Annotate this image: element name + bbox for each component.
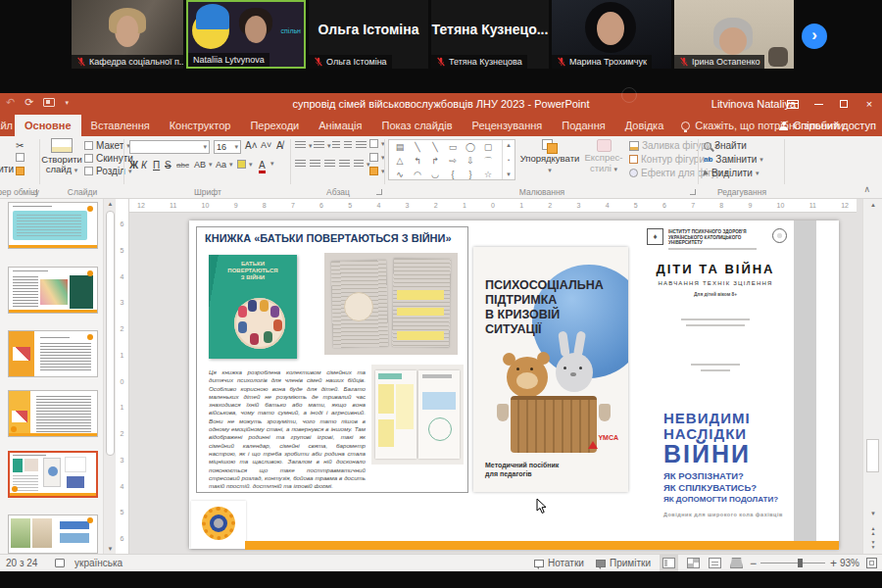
language-indicator[interactable]: українська bbox=[74, 555, 122, 571]
increase-indent-icon[interactable] bbox=[344, 141, 352, 150]
clipboard-dialog-launcher[interactable] bbox=[31, 189, 37, 195]
slide-thumbnail-18[interactable] bbox=[8, 330, 98, 377]
slide-thumbnail-19[interactable] bbox=[8, 390, 98, 437]
shape-option-4[interactable]: ◯ bbox=[462, 140, 479, 154]
comments-toggle[interactable]: Примітки bbox=[596, 555, 651, 571]
replace-button[interactable]: abЗамінити▾ bbox=[704, 154, 763, 165]
shape-option-3[interactable]: ▭ bbox=[444, 140, 462, 154]
format-painter-icon[interactable] bbox=[16, 167, 24, 175]
drawing-dialog-launcher[interactable] bbox=[690, 189, 696, 195]
shape-option-15[interactable]: { bbox=[444, 168, 462, 180]
shape-option-7[interactable]: ↰ bbox=[409, 154, 426, 168]
slide-thumbnail-17[interactable] bbox=[8, 267, 98, 314]
paste-button[interactable]: Вставити bbox=[0, 164, 14, 174]
bold-button[interactable]: Ж bbox=[129, 160, 138, 171]
text-highlight-button[interactable]: ▾ bbox=[237, 160, 253, 169]
columns-icon[interactable]: ▾ bbox=[354, 160, 370, 169]
shapes-gallery-scrollbar[interactable]: ▲ • ▼ bbox=[502, 140, 514, 179]
view-normal-button[interactable] bbox=[662, 555, 675, 571]
ribbon-display-options-button[interactable] bbox=[780, 93, 806, 115]
clear-format-icon[interactable]: A̸ bbox=[276, 140, 283, 151]
shape-option-1[interactable]: ╲ bbox=[409, 140, 426, 154]
align-left-icon[interactable] bbox=[295, 160, 306, 169]
mid-book-cover[interactable]: ПСИХОСОЦІАЛЬНА ПІДТРИМКА В КРИЗОВІЙ СИТУ… bbox=[473, 247, 628, 492]
right-top-page[interactable]: ♦ ІНСТИТУТ ПСИХІЧНОГО ЗДОРОВ'Я УКРАЇНСЬК… bbox=[637, 220, 816, 387]
zoom-out-button[interactable]: − bbox=[750, 555, 757, 571]
arrange-button[interactable]: Упорядкувати▾ bbox=[519, 139, 580, 175]
font-color-dropdown[interactable]: ▾ bbox=[270, 160, 274, 168]
spellcheck-icon[interactable] bbox=[55, 555, 65, 571]
book-photo-green-cover[interactable]: БАТЬКИПОВЕРТАЮТЬСЯЗ ВІЙНИ bbox=[209, 255, 297, 359]
slide-thumbnail-16[interactable] bbox=[8, 202, 98, 249]
shape-option-0[interactable]: ▤ bbox=[391, 140, 409, 154]
bullets-icon[interactable]: ▾ bbox=[295, 141, 313, 150]
tab-animations[interactable]: Анімація bbox=[309, 115, 371, 136]
tab-home[interactable]: Основне bbox=[15, 115, 81, 136]
right-bottom-cover[interactable]: НЕВИДИМІ НАСЛІДКИ ВІЙНИ ЯК РОЗПІЗНАТИ? Я… bbox=[637, 387, 816, 549]
previous-slide-button[interactable]: ▲▲ bbox=[863, 526, 882, 536]
tab-slideshow[interactable]: Показ слайдів bbox=[371, 115, 462, 136]
participant-video-1[interactable]: Кафедра соціальної п... bbox=[72, 0, 183, 69]
book-photo-workbook[interactable] bbox=[371, 365, 464, 465]
zoom-in-button[interactable]: + bbox=[830, 555, 837, 571]
shape-option-6[interactable]: △ bbox=[391, 154, 409, 168]
shape-option-8[interactable]: ↱ bbox=[426, 154, 444, 168]
fit-to-window-button[interactable] bbox=[866, 555, 877, 571]
minimize-button[interactable] bbox=[806, 93, 831, 115]
char-spacing-button[interactable]: АВ▾ bbox=[194, 160, 213, 170]
view-slide-sorter-button[interactable] bbox=[687, 555, 700, 571]
align-center-icon[interactable] bbox=[310, 160, 320, 169]
copy-icon[interactable] bbox=[16, 153, 24, 162]
numbering-icon[interactable]: ▾ bbox=[314, 141, 331, 150]
thumbnails-scrollbar[interactable]: ▲ ▼ bbox=[103, 199, 116, 554]
find-button[interactable]: Знайти bbox=[704, 140, 747, 151]
select-button[interactable]: Виділити▾ bbox=[704, 168, 759, 178]
scroll-down-icon[interactable]: ▼ bbox=[863, 511, 882, 516]
shape-option-14[interactable]: ◡ bbox=[426, 168, 444, 180]
tab-design[interactable]: Конструктор bbox=[160, 115, 241, 136]
smartart-convert-icon[interactable]: ▾ bbox=[369, 167, 385, 175]
zoom-level[interactable]: 93% bbox=[840, 555, 859, 571]
share-button[interactable]: Спільний доступ bbox=[779, 115, 876, 136]
italic-button[interactable]: К bbox=[141, 160, 147, 171]
tab-help[interactable]: Довідка bbox=[615, 115, 674, 136]
shrink-font-icon[interactable]: A˅ bbox=[261, 140, 271, 150]
participant-video-2-active[interactable]: спільн Nataliia Lytvynova bbox=[186, 0, 306, 69]
next-slide-button[interactable]: ▼▼ bbox=[863, 540, 882, 550]
shape-option-13[interactable]: ◠ bbox=[409, 168, 426, 180]
slide-thumbnail-20-current[interactable] bbox=[8, 451, 98, 498]
decrease-indent-icon[interactable] bbox=[332, 141, 340, 150]
quick-styles-button[interactable]: Експрес-стилі ▾ bbox=[582, 139, 625, 174]
shape-option-5[interactable]: ▢ bbox=[479, 140, 497, 154]
align-text-icon[interactable]: ▾ bbox=[369, 153, 385, 162]
book-photo-open-spread[interactable] bbox=[324, 253, 458, 355]
slide-editing-area[interactable]: КНИЖКА «БАТЬКИ ПОВЕРТАЮТЬСЯ З ВІЙНИ» БАТ… bbox=[189, 220, 839, 549]
slide-thumbnail-21[interactable] bbox=[8, 514, 98, 554]
main-scrollbar[interactable]: ▲ ▼ ▲▲ ▼▼ bbox=[862, 199, 882, 554]
participant-video-6[interactable]: Ірина Остапенко bbox=[674, 0, 794, 69]
participant-tile-4[interactable]: Тетяна Кузнецо... Тетяна Кузнецова bbox=[431, 0, 549, 69]
close-button[interactable]: × bbox=[857, 93, 882, 115]
scroll-up-icon[interactable]: ▲ bbox=[863, 202, 882, 208]
font-name-combobox[interactable]: ▾ bbox=[129, 140, 210, 154]
underline-button[interactable]: П bbox=[153, 160, 160, 171]
text-direction-icon[interactable]: ▾ bbox=[369, 139, 385, 148]
participant-tile-3[interactable]: Ольга Істоміна Ольга Істоміна bbox=[309, 0, 428, 69]
shape-option-10[interactable]: ⇩ bbox=[462, 154, 479, 168]
faculty-emblem[interactable] bbox=[191, 501, 246, 549]
zoom-slider[interactable] bbox=[760, 555, 825, 571]
shape-option-12[interactable]: ∿ bbox=[391, 168, 409, 180]
participant-video-5[interactable]: Марина Трохимчук bbox=[552, 0, 671, 69]
tab-transitions[interactable]: Переходи bbox=[240, 115, 309, 136]
shape-option-16[interactable]: } bbox=[462, 168, 479, 180]
notes-toggle[interactable]: Нотатки bbox=[534, 555, 584, 571]
view-slideshow-button[interactable] bbox=[730, 555, 743, 571]
paragraph-dialog-launcher[interactable] bbox=[376, 189, 382, 195]
collapse-ribbon-button[interactable]: ∧ bbox=[863, 184, 870, 194]
tab-file[interactable]: Файл bbox=[0, 115, 15, 136]
tab-review[interactable]: Рецензування bbox=[463, 115, 553, 136]
view-reading-button[interactable] bbox=[709, 555, 721, 571]
tab-view[interactable]: Подання bbox=[552, 115, 614, 136]
shape-option-9[interactable]: ⇨ bbox=[444, 154, 462, 168]
left-content-group[interactable]: КНИЖКА «БАТЬКИ ПОВЕРТАЮТЬСЯ З ВІЙНИ» БАТ… bbox=[196, 226, 468, 493]
